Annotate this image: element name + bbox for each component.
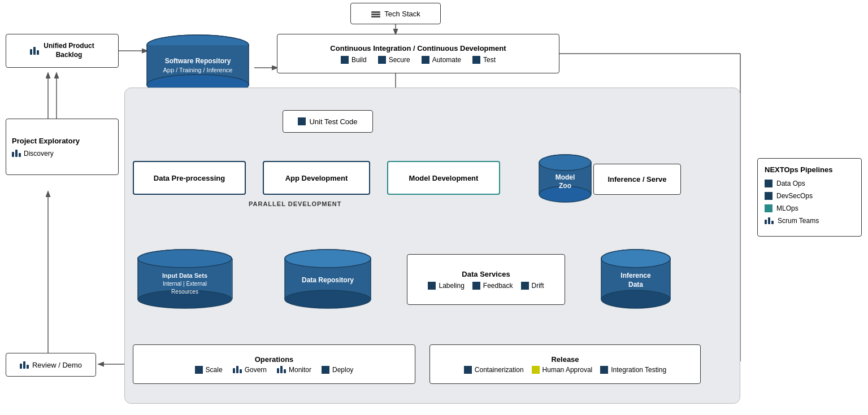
scrum-teams-icon [765,217,774,224]
labeling-item: Labeling [428,282,464,290]
build-icon [341,56,349,64]
pe-discovery: Discovery [12,150,54,158]
input-datasets: Input Data Sets Internal | External Reso… [136,248,235,311]
review-demo-box: Review / Demo [6,353,96,377]
svg-rect-39 [371,11,380,13]
drift-item: Drift [521,282,544,290]
mlops-icon [765,204,772,212]
integration-testing-item: Integration Testing [600,366,666,374]
cicd-build: Build [341,56,367,64]
app-dev-label: App Development [285,174,348,182]
nextops-box: NEXTOps Pipelines Data Ops DevSecOps MLO… [757,158,862,237]
app-dev-box: App Development [263,161,370,195]
review-demo-icon [20,361,29,369]
legend-dataops: Data Ops [765,180,854,187]
software-repo-svg: Software Repository App / Training / Inf… [144,34,251,96]
layers-icon [371,8,381,19]
svg-text:Inference: Inference [620,272,651,279]
inference-serve-label: Inference / Serve [607,175,666,184]
cicd-automate: Automate [422,56,461,64]
feedback-icon [472,282,480,290]
utc-label: Unit Test Code [309,117,357,126]
monitor-item: Monitor [277,366,311,374]
svg-rect-40 [371,14,380,15]
unit-test-code-box: Unit Test Code [283,110,373,133]
svg-point-73 [285,290,371,308]
inference-data-svg: Inference Data [599,248,672,311]
parallel-label: PARALLEL DEVELOPMENT [249,200,341,207]
human-approval-item: Human Approval [532,366,593,374]
secure-icon [378,56,386,64]
cicd-items: Build Secure Automate Test [341,56,496,64]
svg-point-65 [138,250,232,268]
svg-text:App / Training / Inference: App / Training / Inference [163,67,233,73]
release-items: Containerization Human Approval Integrat… [464,366,666,374]
legend-scrum-teams: Scrum Teams [765,217,854,225]
svg-text:Model: Model [555,173,575,181]
test-icon [472,56,480,64]
nextops-title: NEXTOps Pipelines [765,165,854,174]
svg-text:Zoo: Zoo [559,182,571,190]
data-preproc-label: Data Pre-processing [154,174,225,182]
data-services-title: Data Services [462,270,510,278]
govern-item: Govern [233,366,267,374]
tech-stack-box: Tech Stack [350,3,441,24]
svg-point-80 [601,290,670,308]
containerization-item: Containerization [464,366,524,374]
operations-title: Operations [255,355,294,364]
cicd-title: Continuous Integration / Continuous Deve… [330,44,506,53]
monitor-icon [277,366,286,373]
svg-rect-41 [371,16,380,18]
data-services-items: Labeling Feedback Drift [428,282,544,290]
tech-stack-label: Tech Stack [384,10,420,18]
drift-icon [521,282,529,290]
legend-mlops: MLOps [765,204,854,212]
project-exploratory-box: Project Exploratory Discovery [6,119,119,175]
scale-item: Scale [195,366,223,374]
discovery-icon [12,150,21,157]
upb-box: Unified ProductBacklog [6,34,119,68]
operations-items: Scale Govern Monitor De [195,366,354,374]
containerization-icon [464,366,472,374]
scale-icon [195,366,203,374]
svg-point-74 [285,250,371,268]
data-preproc-box: Data Pre-processing [133,161,246,195]
svg-text:Input Data Sets: Input Data Sets [162,272,207,279]
model-dev-label: Model Development [409,174,479,182]
inference-serve-box: Inference / Serve [593,164,681,195]
labeling-icon [428,282,436,290]
software-repo: Software Repository App / Training / Inf… [144,34,251,96]
utc-icon [298,117,306,125]
legend-devsecops: DevSecOps [765,192,854,200]
svg-text:Software Repository: Software Repository [165,57,231,65]
deploy-item: Deploy [322,366,353,374]
data-repository: Data Repository [283,248,373,311]
upb-icon [30,47,39,55]
model-zoo: Model Zoo [537,154,593,204]
model-zoo-svg: Model Zoo [537,154,593,204]
svg-text:Internal | External: Internal | External [163,281,207,287]
review-demo-label: Review / Demo [32,361,82,369]
cicd-box: Continuous Integration / Continuous Deve… [277,34,559,73]
feedback-item: Feedback [472,282,513,290]
diagram-container: Tech Stack Continuous Integration / Cont… [0,0,868,415]
svg-text:Data: Data [628,281,643,289]
input-datasets-svg: Input Data Sets Internal | External Reso… [136,248,235,311]
model-dev-box: Model Development [387,161,500,195]
integration-testing-icon [600,366,608,374]
svg-text:Data Repository: Data Repository [302,276,354,284]
release-title: Release [551,355,579,364]
pe-title: Project Exploratory [12,137,80,145]
data-repository-svg: Data Repository [283,248,373,311]
svg-point-81 [601,250,670,268]
svg-point-57 [539,155,591,171]
devsecops-icon [765,192,772,200]
inference-data: Inference Data [599,248,672,311]
cicd-secure: Secure [378,56,410,64]
automate-icon [422,56,429,64]
svg-text:Resources: Resources [171,289,198,295]
govern-icon [233,366,242,373]
deploy-icon [322,366,329,374]
data-services-box: Data Services Labeling Feedback Drift [407,254,565,305]
pe-discovery-label: Discovery [24,150,54,158]
